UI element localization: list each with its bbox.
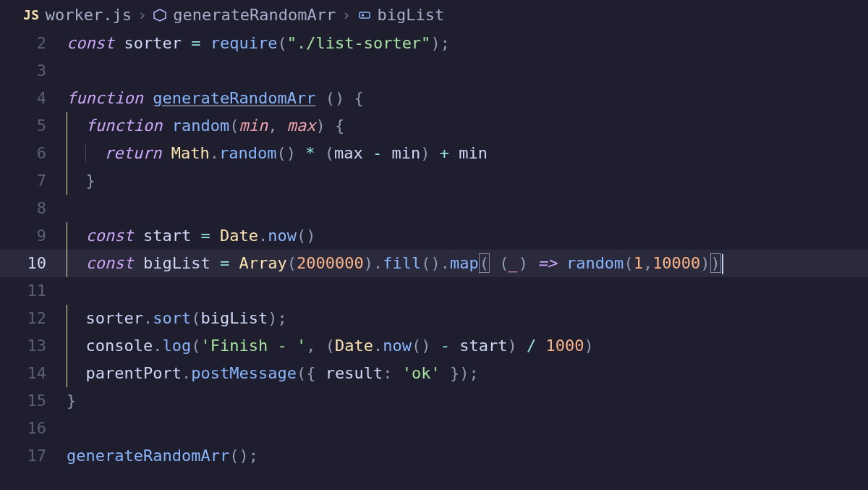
line-number: 17: [0, 442, 67, 470]
line-number: 5: [0, 112, 67, 140]
arrow: =>: [537, 254, 557, 272]
line-number: 6: [0, 140, 67, 167]
line-number: 14: [0, 360, 67, 387]
keyword-function: function: [67, 89, 143, 107]
line-number: 9: [0, 222, 67, 250]
variable-icon: [357, 8, 372, 22]
code-line[interactable]: 7 }: [0, 167, 868, 195]
line-number: 16: [0, 415, 67, 442]
line-number: 4: [0, 85, 67, 112]
code-content[interactable]: const sorter = require("./list-sorter");: [67, 30, 868, 57]
fn-call: fill: [383, 254, 421, 272]
fn-call: map: [450, 254, 479, 272]
ident: start: [459, 337, 507, 355]
text-cursor: [722, 254, 723, 274]
ident-date: Date: [335, 337, 373, 355]
code-line[interactable]: 2 const sorter = require("./list-sorter"…: [0, 30, 868, 57]
code-content[interactable]: parentPort.postMessage({ result: 'ok' })…: [67, 360, 868, 387]
fn-call: postMessage: [191, 364, 297, 382]
fn-call: now: [383, 337, 412, 355]
code-content[interactable]: generateRandomArr();: [67, 442, 868, 470]
code-content[interactable]: console.log('Finish - ', (Date.now() - s…: [67, 332, 868, 360]
keyword-const: const: [67, 34, 114, 52]
ident-array: Array: [239, 254, 286, 272]
code-content[interactable]: const start = Date.now(): [67, 222, 868, 250]
code-line[interactable]: 4 function generateRandomArr () {: [0, 85, 868, 112]
code-content[interactable]: const bigList = Array(2000000).fill().ma…: [67, 250, 868, 277]
line-number: 3: [0, 57, 67, 85]
param: min: [239, 117, 268, 135]
string: 'Finish - ': [200, 337, 306, 355]
keyword-return: return: [104, 144, 161, 162]
ident: min: [391, 144, 420, 162]
code-line[interactable]: 12 sorter.sort(bigList);: [0, 305, 868, 332]
fn-call: random: [219, 144, 276, 162]
ident: min: [459, 144, 488, 162]
breadcrumb-file[interactable]: worker.js: [46, 6, 132, 24]
number: 2000000: [297, 254, 364, 272]
code-content[interactable]: function generateRandomArr () {: [67, 85, 868, 112]
code-line[interactable]: 17 generateRandomArr();: [0, 442, 868, 470]
code-line[interactable]: 15 }: [0, 387, 868, 415]
line-number: 15: [0, 387, 67, 415]
svg-rect-0: [359, 12, 370, 18]
keyword-const: const: [86, 254, 134, 272]
number: 1: [634, 254, 643, 272]
param: max: [287, 117, 316, 135]
line-number: 11: [0, 277, 67, 305]
code-line[interactable]: 13 console.log('Finish - ', (Date.now() …: [0, 332, 868, 360]
ident: bigList: [200, 309, 268, 327]
breadcrumb: JS worker.js › generateRandomArr › bigLi…: [0, 0, 868, 28]
code-line[interactable]: 14 parentPort.postMessage({ result: 'ok'…: [0, 360, 868, 387]
fn-call: sort: [153, 309, 191, 327]
ident: max: [334, 144, 363, 162]
code-content[interactable]: }: [67, 387, 868, 415]
code-content[interactable]: }: [67, 167, 868, 195]
ident: sorter: [86, 309, 143, 327]
keyword-const: const: [86, 227, 134, 245]
line-number: 8: [0, 195, 67, 222]
chevron-right-icon: ›: [341, 6, 351, 24]
svg-rect-1: [362, 14, 364, 16]
ident: start: [143, 227, 191, 245]
code-content[interactable]: return Math.random() * (max - min) + min: [67, 140, 868, 167]
number: 1000: [545, 337, 584, 355]
ident: sorter: [124, 34, 181, 52]
line-number: 12: [0, 305, 67, 332]
ident: bigList: [143, 254, 210, 272]
code-line-current[interactable]: 10 const bigList = Array(2000000).fill()…: [0, 250, 868, 277]
code-content[interactable]: sorter.sort(bigList);: [67, 305, 868, 332]
fn-call: require: [210, 34, 278, 52]
fn-call: generateRandomArr: [67, 447, 229, 465]
code-line[interactable]: 9 const start = Date.now(): [0, 222, 868, 250]
line-number: 10: [0, 250, 67, 277]
code-line[interactable]: 11: [0, 277, 868, 305]
code-line[interactable]: 5 function random(min, max) {: [0, 112, 868, 140]
method-icon: [153, 8, 167, 22]
code-line[interactable]: 3: [0, 57, 868, 85]
code-line[interactable]: 6 return Math.random() * (max - min) + m…: [0, 140, 868, 167]
fn-call: random: [566, 254, 624, 272]
string: 'ok': [402, 364, 441, 382]
line-number: 7: [0, 167, 67, 195]
fn-call: now: [268, 227, 297, 245]
prop: result: [326, 364, 383, 382]
fn-decl: random: [172, 117, 229, 135]
code-content[interactable]: function random(min, max) {: [67, 112, 868, 140]
chevron-right-icon: ›: [137, 6, 147, 24]
fn-decl: generateRandomArr: [153, 89, 315, 107]
line-number: 13: [0, 332, 67, 360]
js-file-icon: JS: [23, 7, 40, 22]
ident-date: Date: [220, 227, 258, 245]
fn-call: log: [162, 337, 191, 355]
code-line[interactable]: 16: [0, 415, 868, 442]
line-number: 2: [0, 30, 67, 57]
string: "./list-sorter": [287, 34, 431, 52]
code-line[interactable]: 8: [0, 195, 868, 222]
code-editor[interactable]: 2 const sorter = require("./list-sorter"…: [0, 28, 868, 470]
number: 10000: [652, 254, 700, 272]
breadcrumb-function[interactable]: generateRandomArr: [173, 6, 336, 24]
breadcrumb-variable[interactable]: bigList: [378, 6, 445, 24]
ident: parentPort: [86, 364, 182, 382]
ident-math: Math: [171, 144, 210, 162]
